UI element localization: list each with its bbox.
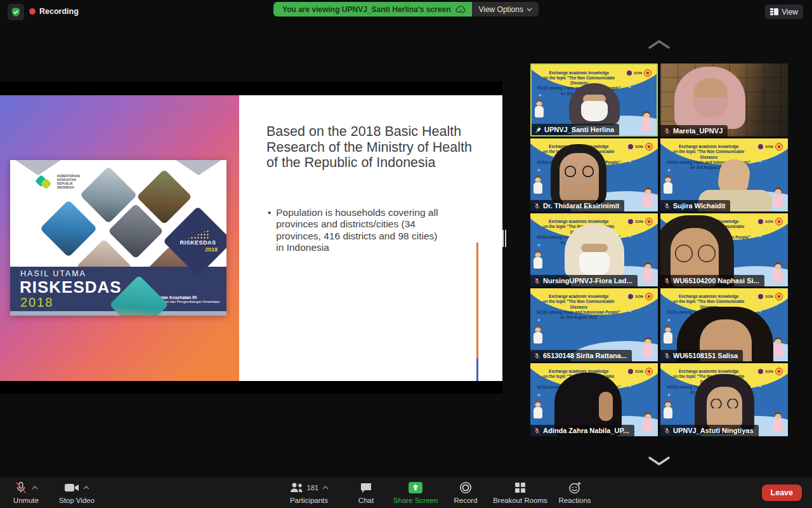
reactions-button[interactable]: Reactions — [554, 480, 595, 504]
university-emblem-icon — [628, 144, 633, 149]
university-emblem-icon — [758, 369, 763, 374]
nurse-cartoon-right — [772, 412, 783, 434]
upn-crest-icon — [644, 69, 652, 77]
upn-crest-icon — [645, 143, 653, 150]
viewing-banner: You are viewing UPNVJ_Santi Herlina's sc… — [273, 2, 472, 17]
nurse-cartoon-right — [642, 337, 653, 359]
chevron-down-icon — [527, 8, 532, 11]
share-screen-button[interactable]: Share Screen — [388, 480, 443, 504]
participant-name-bar: 65130148 Sirita Rattana... — [530, 350, 632, 361]
participants-label: Participants — [282, 497, 336, 504]
leave-button[interactable]: Leave — [762, 485, 802, 501]
ministry-of-health-logo-icon — [36, 174, 52, 190]
mic-muted-icon — [664, 352, 671, 359]
son-logo: SON — [635, 145, 643, 149]
arrow-decoration-icon — [645, 401, 650, 408]
chevron-up-icon[interactable] — [322, 486, 329, 490]
sparkle-decoration — [628, 234, 632, 239]
sparkle-decoration — [667, 392, 671, 398]
chevron-up-icon[interactable] — [83, 486, 89, 490]
participant-tile[interactable]: Exchange academic knowledge on the topic… — [660, 213, 788, 286]
participant-tile[interactable]: Exchange academic knowledge on the topic… — [660, 288, 788, 361]
view-options-button[interactable]: View Options — [472, 2, 538, 17]
slide-accent-line-blue — [476, 358, 478, 381]
nurse-cartoon-left — [533, 326, 543, 345]
sparkle-decoration — [537, 392, 541, 398]
participant-tile[interactable]: Exchange academic knowledge on the topic… — [660, 64, 788, 137]
scroll-down-chevron[interactable] — [648, 455, 671, 467]
mic-muted-icon — [664, 128, 671, 135]
participant-tile[interactable]: Exchange academic knowledge on the topic… — [530, 64, 658, 137]
background-logos: SON — [628, 368, 653, 375]
virtual-background-text: Exchange academic knowledge on the topic… — [664, 294, 754, 320]
bullet-dot: • — [268, 207, 271, 253]
view-button[interactable]: View — [765, 4, 803, 19]
breakout-rooms-button[interactable]: Breakout Rooms — [488, 480, 552, 504]
arrow-decoration-icon — [775, 251, 780, 258]
son-logo: SON — [635, 370, 643, 373]
mic-muted-icon — [534, 203, 540, 210]
participant-name: Adinda Zahra Nabila_UP... — [543, 427, 629, 434]
university-emblem-icon — [758, 219, 763, 224]
cover-year: 2018 — [20, 295, 54, 310]
participant-tile[interactable]: Exchange academic knowledge on the topic… — [530, 213, 658, 286]
sparkle-decoration — [758, 384, 763, 389]
participant-name: UPNVJ_Santi Herlina — [544, 126, 614, 133]
unmute-button[interactable]: Unmute — [4, 480, 48, 504]
background-logos: SON — [628, 218, 653, 225]
record-icon — [459, 481, 472, 494]
participant-name: WU65108151 Salisa — [673, 352, 738, 359]
shield-check-icon — [11, 7, 21, 17]
presentation-slide: KEMENTERIAN KESEHATAN REPUBLIK INDONESIA… — [0, 95, 502, 381]
participant-tile[interactable]: Exchange academic knowledge on the topic… — [530, 288, 658, 361]
security-shield-icon[interactable] — [8, 4, 24, 20]
sparkle-decoration — [667, 243, 671, 248]
mic-muted-icon — [664, 203, 671, 210]
mic-muted-icon — [534, 277, 540, 284]
participant-tile[interactable]: Exchange academic knowledge on the topic… — [660, 138, 788, 211]
upn-crest-icon — [645, 293, 653, 300]
badge-year: 2018 — [205, 246, 218, 253]
record-button[interactable]: Record — [448, 480, 483, 504]
university-emblem-icon — [628, 369, 633, 374]
nurse-cartoon-left — [663, 326, 673, 345]
arrow-decoration-icon — [645, 177, 650, 184]
nurse-cartoon-left — [533, 251, 543, 270]
participant-name-bar: Dr. Thidarat Eksirinimit — [530, 200, 624, 211]
participant-name: 65130148 Sirita Rattana... — [543, 352, 627, 359]
virtual-background-text: Exchange academic knowledge on the topic… — [534, 144, 624, 170]
university-emblem-icon — [628, 294, 633, 299]
chat-button[interactable]: Chat — [350, 480, 382, 504]
sparkle-decoration — [667, 168, 671, 173]
son-logo: SON — [635, 295, 643, 298]
participant-name: WU65104200 Naphasi Si... — [673, 277, 759, 284]
participant-tile[interactable]: Exchange academic knowledge on the topic… — [530, 138, 658, 211]
stop-video-button[interactable]: Stop Video — [53, 480, 100, 504]
virtual-background-text: Exchange academic knowledge on the topic… — [664, 219, 754, 245]
son-logo: SON — [765, 370, 773, 373]
participants-button[interactable]: 181 Participants — [282, 480, 336, 504]
panel-resize-handle[interactable] — [502, 230, 506, 247]
badge-title: RISKESDAS — [180, 239, 216, 246]
university-emblem-icon — [758, 144, 763, 149]
participant-tile[interactable]: Exchange academic knowledge on the topic… — [530, 363, 658, 436]
son-logo: SON — [634, 71, 642, 75]
nurse-cartoon-right — [642, 187, 653, 209]
recording-dot-icon — [29, 8, 36, 15]
university-emblem-icon — [627, 70, 632, 76]
cloud-icon — [455, 6, 466, 13]
arrow-decoration-icon — [645, 326, 650, 333]
virtual-background-text: Exchange academic knowledge on the topic… — [664, 369, 754, 395]
viewing-banner-text: You are viewing UPNVJ_Santi Herlina's sc… — [282, 5, 450, 14]
badge-dots-decoration — [187, 230, 209, 239]
chevron-up-icon[interactable] — [32, 486, 38, 490]
participant-tile[interactable]: Exchange academic knowledge on the topic… — [660, 363, 788, 436]
sparkle-decoration — [627, 84, 632, 90]
upn-crest-icon — [775, 293, 783, 300]
virtual-background-text: Exchange academic knowledge on the topic… — [535, 70, 623, 97]
virtual-background-text: Exchange academic knowledge on the topic… — [664, 144, 754, 170]
participant-name: NursingUPNVJ-Fiora Lad... — [543, 277, 632, 284]
participant-name-bar: UPNVJ_Santi Herlina — [532, 124, 619, 135]
scroll-up-chevron[interactable] — [648, 38, 671, 51]
shared-screen-area: KEMENTERIAN KESEHATAN REPUBLIK INDONESIA… — [0, 81, 502, 394]
